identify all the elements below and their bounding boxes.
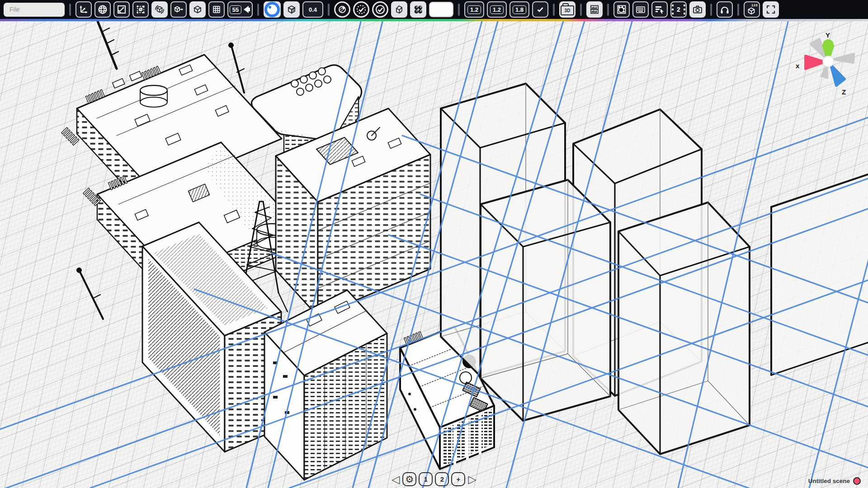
volume-mode-button[interactable] [391, 1, 407, 18]
stroke-width-value: 0.4 [308, 6, 318, 14]
grid-z-button[interactable]: 1.8 [509, 1, 529, 18]
fov-value: 55 [230, 5, 241, 14]
orbit-cube-icon [154, 4, 165, 15]
wireframe-boxes[interactable] [441, 84, 868, 454]
add-page-button[interactable]: + [452, 472, 466, 486]
toolbar-divider [328, 4, 330, 16]
toolbar-divider [580, 4, 582, 16]
grid-z-value: 1.8 [513, 5, 526, 14]
grid-x-button[interactable]: 1.2 [464, 1, 484, 18]
scale-icon [116, 4, 127, 15]
numbers-badge: 123 [751, 3, 758, 7]
fov-button[interactable]: 55 [227, 1, 253, 18]
grid-toggle-button[interactable] [208, 1, 225, 18]
cube-icon [192, 4, 203, 15]
viewport-canvas[interactable]: Y x Z ◁ ⚙ 1 2 + ▷ Untitled scene [0, 21, 868, 488]
page-1-button[interactable]: 1 [419, 472, 433, 486]
orbit-tool-button[interactable] [94, 1, 111, 18]
scene-settings-button[interactable]: ⚙ [403, 472, 417, 486]
toolbar-divider [607, 4, 609, 16]
prism-icon [394, 4, 405, 15]
dither-pattern-icon [616, 4, 627, 15]
transform-tool-button[interactable] [132, 1, 149, 18]
prev-page-chevron[interactable]: ◁ [391, 472, 400, 486]
focus-ring-icon [264, 2, 280, 17]
rotate-view-button[interactable] [151, 1, 168, 18]
axis-y-cap[interactable] [823, 39, 834, 50]
file-menu-label: File [9, 6, 20, 13]
dotted-check-icon [356, 4, 367, 15]
audio-button[interactable] [717, 1, 733, 18]
library-button[interactable] [586, 1, 603, 18]
color-swatch-button[interactable] [429, 2, 453, 17]
pan-view-button[interactable] [170, 1, 187, 18]
axis-z-cone[interactable] [831, 65, 844, 85]
grid-x-value: 1.2 [467, 5, 481, 14]
file-menu-button[interactable]: File [4, 3, 65, 17]
page-2-button[interactable]: 2 [435, 472, 449, 486]
export-3d-button[interactable]: 3D [559, 1, 576, 18]
camera-frustum-icon [243, 5, 250, 14]
shaded-sphere-icon [337, 4, 348, 15]
toolbar-divider [553, 4, 555, 16]
scene-name-label: Untitled scene [808, 478, 850, 484]
shaded-cube-icon [286, 4, 297, 15]
gizmo-center[interactable] [823, 56, 834, 67]
cube-arrow-icon [173, 4, 184, 15]
focus-point-button[interactable] [264, 1, 281, 18]
top-toolbar: File [0, 0, 868, 21]
scene-drawing [0, 0, 868, 488]
keyboard-icon [635, 4, 646, 15]
graph-cursor-icon [654, 4, 665, 15]
bookshelf-icon [589, 4, 600, 15]
grid-y-button[interactable]: 1.2 [487, 1, 507, 18]
folder-3d-label: 3D [565, 8, 571, 13]
toolbar-divider [69, 4, 71, 16]
scale-tool-button[interactable] [113, 1, 130, 18]
material-sphere-button[interactable] [334, 1, 350, 18]
page-controls: ◁ ⚙ 1 2 + ▷ [391, 472, 477, 486]
fullscreen-button[interactable] [763, 1, 779, 18]
check-icon [535, 5, 545, 14]
shortcuts-button[interactable] [632, 1, 649, 18]
toolbar-divider [710, 4, 712, 16]
toolbar-divider [737, 4, 739, 16]
axis-neg-gray-3[interactable] [821, 66, 827, 78]
gizmo-z-label: Z [842, 88, 846, 96]
globe-icon [97, 4, 108, 15]
snap-toggle-button[interactable] [372, 1, 388, 18]
screenshot-button[interactable] [689, 1, 706, 18]
spheres-brush-button[interactable] [410, 1, 426, 18]
move-tool-button[interactable] [75, 1, 92, 18]
frame-number: 2 [677, 6, 680, 13]
grid-snap-checkbox[interactable] [532, 1, 548, 18]
dither-button[interactable] [613, 1, 630, 18]
grid-y-value: 1.2 [490, 5, 504, 14]
gear-icon: ⚙ [406, 474, 414, 484]
scene-status: Untitled scene [808, 477, 861, 485]
stroke-width-button[interactable]: 0.4 [302, 1, 323, 18]
stats-button[interactable]: 123 [744, 1, 760, 18]
guides-visibility-button[interactable] [353, 1, 369, 18]
shading-mode-button[interactable] [283, 1, 300, 18]
axis-gizmo[interactable]: Y x Z [778, 21, 868, 125]
toolbar-divider [257, 4, 259, 16]
check-circle-icon [375, 4, 386, 15]
axis-neg-gray-2[interactable] [835, 54, 854, 62]
toolbar-divider [458, 4, 460, 16]
sketch-buildings[interactable] [0, 0, 494, 480]
axis-x-cone[interactable] [806, 56, 825, 69]
expand-icon [765, 4, 776, 15]
box-mode-button[interactable] [189, 1, 206, 18]
gizmo-y-label: Y [826, 31, 830, 39]
frame-button[interactable]: 2 [670, 1, 687, 18]
timeline-button[interactable] [651, 1, 668, 18]
headphones-icon [719, 4, 730, 15]
toolbar-accent-underline [0, 19, 868, 21]
bounds-transform-icon [135, 4, 146, 15]
gizmo-x-label: x [796, 62, 800, 70]
status-dot-icon [853, 477, 861, 485]
axes-icon [78, 4, 89, 15]
grid-icon [211, 4, 222, 15]
next-page-chevron[interactable]: ▷ [468, 472, 477, 486]
